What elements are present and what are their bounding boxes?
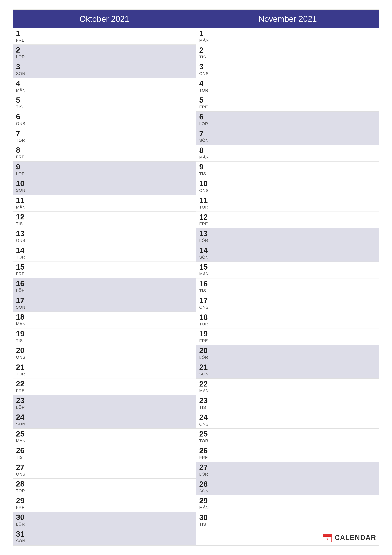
day-label: 28TOR bbox=[16, 480, 29, 493]
day-name: TIS bbox=[16, 221, 29, 226]
day-row: 20LÖR bbox=[196, 345, 379, 362]
day-name: ONS bbox=[16, 238, 29, 243]
day-row: 24ONS bbox=[196, 412, 379, 429]
day-row: 21SÖN bbox=[196, 362, 379, 379]
day-number: 29 bbox=[16, 497, 29, 504]
day-number: 12 bbox=[16, 213, 29, 221]
day-number: 19 bbox=[199, 330, 212, 338]
day-row: 9LÖR bbox=[13, 161, 196, 178]
day-row: 16TIS bbox=[196, 278, 379, 295]
day-row: 8MÅN bbox=[196, 145, 379, 162]
day-row: 2TIS bbox=[196, 45, 379, 62]
day-name: ONS bbox=[199, 71, 212, 76]
day-label: 1MÅN bbox=[199, 29, 212, 43]
day-row: 11MÅN bbox=[13, 195, 196, 212]
day-label: 14SÖN bbox=[199, 247, 212, 260]
day-label: 16LÖR bbox=[16, 280, 29, 293]
day-name: MÅN bbox=[16, 321, 29, 326]
day-name: MÅN bbox=[199, 505, 212, 510]
day-name: LÖR bbox=[199, 238, 212, 243]
day-label: 25TOR bbox=[199, 430, 212, 443]
day-row: 30TIS bbox=[196, 512, 379, 529]
day-row: 17SÖN bbox=[13, 295, 196, 312]
day-row: 16LÖR bbox=[13, 278, 196, 295]
day-number: 12 bbox=[199, 213, 212, 221]
day-row: 14SÖN bbox=[196, 245, 379, 262]
day-label: 17SÖN bbox=[16, 297, 29, 310]
day-name: TIS bbox=[199, 405, 212, 410]
day-number: 5 bbox=[16, 96, 29, 104]
day-number: 26 bbox=[16, 447, 29, 454]
day-label: 9TIS bbox=[199, 163, 212, 176]
day-name: FRE bbox=[16, 271, 29, 276]
day-number: 26 bbox=[199, 447, 212, 454]
month-column-1: 1MÅN2TIS3ONS4TOR5FRE6LÖR7SÖN8MÅN9TIS10ON… bbox=[196, 28, 379, 545]
day-number: 11 bbox=[16, 197, 29, 204]
day-number: 22 bbox=[16, 380, 29, 388]
day-label: 15FRE bbox=[16, 263, 29, 276]
day-row: 5TIS bbox=[13, 95, 196, 111]
day-number: 17 bbox=[16, 297, 29, 304]
day-row: 15FRE bbox=[13, 262, 196, 278]
day-label: 12FRE bbox=[199, 213, 212, 226]
day-row: 12TIS bbox=[13, 212, 196, 228]
day-number: 18 bbox=[16, 313, 29, 321]
day-row: 6LÖR bbox=[196, 111, 379, 128]
day-name: TOR bbox=[199, 88, 212, 93]
day-label: 19TIS bbox=[16, 330, 29, 343]
day-name: MÅN bbox=[199, 388, 212, 393]
day-row: 24SÖN bbox=[13, 412, 196, 428]
day-name: LÖR bbox=[16, 522, 29, 527]
day-row: 4TOR bbox=[196, 78, 379, 95]
day-row: 3ONS bbox=[196, 61, 379, 78]
day-number: 1 bbox=[16, 29, 29, 37]
day-name: SÖN bbox=[199, 372, 212, 377]
day-name: TIS bbox=[199, 55, 212, 59]
day-label: 25MÅN bbox=[16, 430, 29, 443]
day-number: 7 bbox=[16, 130, 29, 137]
day-row: 1MÅN bbox=[196, 28, 379, 45]
day-name: ONS bbox=[16, 121, 29, 126]
day-name: TOR bbox=[16, 255, 29, 260]
day-number: 27 bbox=[199, 464, 212, 471]
day-name: MÅN bbox=[16, 88, 29, 93]
day-label: 22MÅN bbox=[199, 380, 212, 393]
day-label: 11TOR bbox=[199, 197, 212, 210]
day-name: TOR bbox=[199, 322, 212, 327]
day-row: 26FRE bbox=[196, 445, 379, 462]
day-number: 2 bbox=[16, 46, 29, 54]
day-name: SÖN bbox=[16, 305, 29, 310]
day-label: 10SÖN bbox=[16, 180, 29, 193]
day-row: 25MÅN bbox=[13, 429, 196, 445]
day-number: 27 bbox=[16, 464, 29, 471]
day-row: 28TOR bbox=[13, 479, 196, 495]
day-label: 23LÖR bbox=[16, 397, 29, 410]
day-name: TIS bbox=[199, 171, 212, 176]
day-label: 18MÅN bbox=[16, 313, 29, 326]
day-name: FRE bbox=[16, 154, 29, 160]
day-name: TIS bbox=[16, 338, 29, 343]
day-name: TOR bbox=[16, 372, 29, 377]
day-label: 10ONS bbox=[199, 180, 212, 193]
day-number: 1 bbox=[199, 29, 212, 37]
day-row: 13LÖR bbox=[196, 228, 379, 245]
day-number: 14 bbox=[199, 247, 212, 254]
day-label: 4TOR bbox=[199, 80, 212, 93]
day-name: ONS bbox=[16, 355, 29, 360]
day-row: 29FRE bbox=[13, 495, 196, 512]
day-name: TOR bbox=[199, 438, 212, 443]
day-label: 28SÖN bbox=[199, 480, 212, 493]
day-number: 3 bbox=[199, 63, 212, 71]
day-label: 30LÖR bbox=[16, 514, 29, 527]
day-label: 27ONS bbox=[16, 464, 29, 477]
day-number: 3 bbox=[16, 63, 29, 71]
day-row: 11TOR bbox=[196, 195, 379, 212]
day-name: TIS bbox=[199, 288, 212, 293]
day-number: 19 bbox=[16, 330, 29, 338]
day-number: 15 bbox=[16, 263, 29, 271]
day-label: 26FRE bbox=[199, 447, 212, 460]
day-row: 22MÅN bbox=[196, 379, 379, 395]
day-name: FRE bbox=[16, 388, 29, 393]
day-row: 2LÖR bbox=[13, 45, 196, 61]
day-label: 3SÖN bbox=[16, 63, 29, 76]
